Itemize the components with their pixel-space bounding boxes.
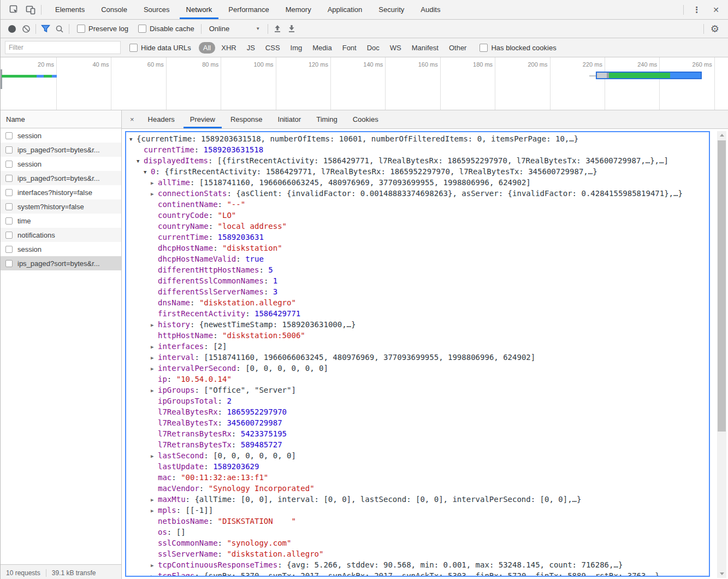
- tab-memory[interactable]: Memory: [277, 0, 319, 19]
- tab-application[interactable]: Application: [319, 0, 371, 19]
- collapsed-arrow-icon[interactable]: ▶: [151, 571, 158, 577]
- tree-line[interactable]: ▶mpls: [[-1]]: [126, 505, 709, 516]
- throttling-select[interactable]: Online ▼: [204, 25, 266, 33]
- collapsed-arrow-icon[interactable]: ▶: [151, 363, 158, 374]
- expanded-arrow-icon[interactable]: ▼: [129, 134, 137, 145]
- search-icon[interactable]: [52, 22, 67, 36]
- collapsed-arrow-icon[interactable]: ▶: [151, 320, 158, 330]
- type-filter-manifest[interactable]: Manifest: [407, 42, 443, 54]
- filter-input[interactable]: [5, 41, 121, 54]
- detail-tab-response[interactable]: Response: [223, 110, 270, 128]
- collapsed-arrow-icon[interactable]: ▶: [151, 178, 158, 188]
- expanded-arrow-icon[interactable]: ▼: [144, 167, 151, 178]
- export-har-icon[interactable]: [285, 22, 299, 36]
- tree-line[interactable]: ▶interfaces: [2]: [126, 341, 709, 352]
- type-filter-doc[interactable]: Doc: [363, 42, 384, 54]
- json-value: : {asClient: {invalidFactor: 0.001488833…: [227, 189, 682, 198]
- type-filter-all[interactable]: All: [199, 42, 215, 54]
- request-row[interactable]: ips_paged?sort=bytes&r...: [1, 143, 121, 157]
- tab-performance[interactable]: Performance: [220, 0, 277, 19]
- type-filter-js[interactable]: JS: [242, 42, 259, 54]
- collapsed-arrow-icon[interactable]: ▶: [151, 494, 158, 505]
- close-devtools-icon[interactable]: ✕: [707, 5, 725, 14]
- tree-line: sslCommonName: "synology.com": [126, 537, 709, 548]
- request-row[interactable]: session: [1, 157, 121, 171]
- network-overview[interactable]: 20 ms40 ms60 ms80 ms100 ms120 ms140 ms16…: [1, 57, 728, 110]
- disable-cache-checkbox[interactable]: [138, 25, 146, 33]
- json-value: : [0, 0, 0, 0, 0, 0]: [204, 451, 296, 460]
- request-row[interactable]: time: [1, 214, 121, 228]
- tab-console[interactable]: Console: [93, 0, 135, 19]
- tree-line[interactable]: ▶history: {newestTimeStamp: 158920363100…: [126, 319, 709, 330]
- request-doc-icon: [5, 146, 13, 153]
- request-row[interactable]: session: [1, 128, 121, 143]
- tree-line[interactable]: ▶interval: [1518741160, 1966066063245, 4…: [126, 352, 709, 363]
- record-network-log-button[interactable]: [5, 22, 19, 36]
- tab-audits[interactable]: Audits: [412, 0, 448, 19]
- scroll-down-icon[interactable]: [717, 570, 726, 578]
- json-key: differentSslCommonNames: [158, 276, 264, 285]
- tab-network[interactable]: Network: [178, 0, 221, 19]
- collapsed-arrow-icon[interactable]: ▶: [151, 505, 158, 516]
- request-row[interactable]: ips_paged?sort=bytes&r...: [1, 256, 121, 270]
- detail-tab-headers[interactable]: Headers: [140, 110, 182, 128]
- json-preview[interactable]: ▼{currentTime: 1589203631518, numberOfIt…: [125, 131, 710, 577]
- preserve-log-checkbox[interactable]: [77, 25, 85, 33]
- collapsed-arrow-icon[interactable]: ▶: [151, 385, 158, 396]
- collapsed-arrow-icon[interactable]: ▶: [151, 560, 158, 571]
- clear-network-log-icon[interactable]: [19, 22, 33, 36]
- overview-waterfall-bar: [2, 75, 57, 78]
- type-filter-xhr[interactable]: XHR: [217, 42, 240, 54]
- import-har-icon[interactable]: [270, 22, 285, 36]
- collapsed-arrow-icon[interactable]: ▶: [151, 188, 158, 199]
- type-filter-font[interactable]: Font: [338, 42, 361, 54]
- filter-icon[interactable]: [38, 22, 52, 36]
- json-value: {currentTime: 1589203631518, numberOfIte…: [137, 134, 578, 143]
- settings-gear-icon[interactable]: ⚙: [706, 24, 724, 34]
- overview-drag-handle[interactable]: [1, 69, 2, 89]
- tree-line[interactable]: ▼0: {firstRecentActivity: 1586429771, l7…: [126, 166, 709, 177]
- collapsed-arrow-icon[interactable]: ▶: [151, 341, 158, 352]
- scroll-up-icon[interactable]: [717, 131, 726, 139]
- inspect-element-icon[interactable]: [6, 3, 22, 17]
- request-row[interactable]: session: [1, 242, 121, 256]
- device-toolbar-icon[interactable]: [22, 3, 39, 17]
- tree-line[interactable]: ▶tcpFlags: {synRx: 5370, synTx: 2017, sy…: [126, 570, 709, 577]
- request-row[interactable]: interfaces?history=false: [1, 185, 121, 199]
- request-row[interactable]: ips_paged?sort=bytes&r...: [1, 171, 121, 185]
- tree-line[interactable]: ▶intervalPerSecond: [0, 0, 0, 0, 0, 0]: [126, 363, 709, 374]
- type-filter-ws[interactable]: WS: [386, 42, 406, 54]
- tree-line[interactable]: ▶ipGroups: ["Office", "Server"]: [126, 385, 709, 395]
- hide-data-urls-checkbox[interactable]: [129, 44, 138, 52]
- tree-line[interactable]: ▼{currentTime: 1589203631518, numberOfIt…: [126, 133, 709, 144]
- collapsed-arrow-icon[interactable]: ▶: [151, 352, 158, 363]
- type-filter-media[interactable]: Media: [308, 42, 336, 54]
- tree-line[interactable]: ▼displayedItems: [{firstRecentActivity: …: [126, 155, 709, 166]
- has-blocked-cookies-checkbox[interactable]: [480, 44, 488, 52]
- detail-tab-initiator[interactable]: Initiator: [270, 110, 309, 128]
- tree-line[interactable]: ▶tcpContinuousResponseTimes: {avg: 5.266…: [126, 559, 709, 570]
- tree-line[interactable]: ▶lastSecond: [0, 0, 0, 0, 0, 0]: [126, 450, 709, 461]
- type-filter-other[interactable]: Other: [445, 42, 471, 54]
- scrollbar-thumb[interactable]: [718, 140, 726, 432]
- tree-line[interactable]: ▶connectionStats: {asClient: {invalidFac…: [126, 188, 709, 199]
- json-value: "Synology Incorporated": [209, 484, 315, 493]
- detail-tab-cookies[interactable]: Cookies: [345, 110, 386, 128]
- type-filter-css[interactable]: CSS: [261, 42, 285, 54]
- detail-tab-timing[interactable]: Timing: [309, 110, 345, 128]
- tab-security[interactable]: Security: [370, 0, 412, 19]
- tree-line[interactable]: ▶allTime: [1518741160, 1966066063245, 48…: [126, 177, 709, 188]
- request-row[interactable]: notifications: [1, 228, 121, 242]
- kebab-menu-icon[interactable]: ⋮: [686, 5, 707, 15]
- type-filter-img[interactable]: Img: [286, 42, 307, 54]
- tab-elements[interactable]: Elements: [47, 0, 93, 19]
- request-row[interactable]: system?history=false: [1, 199, 121, 214]
- name-column-header[interactable]: Name: [1, 110, 121, 128]
- detail-tab-preview[interactable]: Preview: [182, 110, 223, 128]
- close-detail-icon[interactable]: ×: [124, 110, 140, 128]
- expanded-arrow-icon[interactable]: ▼: [137, 156, 144, 167]
- tree-line[interactable]: ▶maxMtu: {allTime: [0, 0], interval: [0,…: [126, 494, 709, 505]
- vertical-scrollbar[interactable]: [717, 131, 726, 578]
- collapsed-arrow-icon[interactable]: ▶: [151, 451, 158, 462]
- tab-sources[interactable]: Sources: [135, 0, 178, 19]
